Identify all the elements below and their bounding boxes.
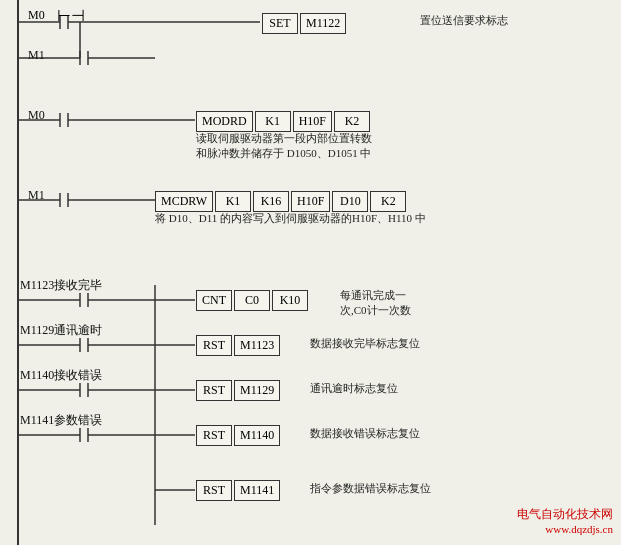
rung6-contact-label: M1129通讯逾时: [20, 322, 102, 339]
rung4-comment: 将 D10、D11 的内容写入到伺服驱动器的H10F、H110 中: [155, 211, 426, 226]
mcdrw-box: MCDRW: [155, 191, 213, 212]
rung8-comment: 数据接收错误标志复位: [310, 426, 420, 441]
modrd-box: MODRD: [196, 111, 253, 132]
rung3-instruction: MODRD K1 H10F K2: [196, 111, 370, 132]
cnt-op2: K10: [272, 290, 308, 311]
modrd-op2: H10F: [293, 111, 332, 132]
rung3-contact-label: M0: [28, 108, 45, 123]
rung1-contact-ticks: ⊢⊣: [57, 8, 85, 24]
rung2-contact-label: M1: [28, 48, 45, 63]
rung7-comment: 通讯逾时标志复位: [310, 381, 398, 396]
rst-op-8: M1140: [234, 425, 280, 446]
ladder-diagram: M0 ⊢⊣ SET M1122 置位送信要求标志 M1 M0 MODRD K1 …: [0, 0, 621, 545]
cnt-op1: C0: [234, 290, 270, 311]
set-operand: M1122: [300, 13, 346, 34]
rung5-instruction: CNT C0 K10: [196, 290, 308, 311]
cnt-box: CNT: [196, 290, 232, 311]
watermark-line1: 电气自动化技术网: [517, 506, 613, 523]
rung7-contact-label: M1140接收错误: [20, 367, 102, 384]
rst-box-8: RST: [196, 425, 232, 446]
rung6-instruction: RST M1123: [196, 335, 280, 356]
rst-box-7: RST: [196, 380, 232, 401]
rst-op-9: M1141: [234, 480, 280, 501]
rung1-contact-label: M0: [28, 8, 45, 23]
rung1-instruction: SET M1122: [262, 13, 346, 34]
rung9-instruction: RST M1141: [196, 480, 280, 501]
modrd-op3: K2: [334, 111, 370, 132]
mcdrw-op4: D10: [332, 191, 368, 212]
rst-op-6: M1123: [234, 335, 280, 356]
rung9-comment: 指令参数据错误标志复位: [310, 481, 431, 496]
rung5-contact-label: M1123接收完毕: [20, 277, 102, 294]
rung4-instruction: MCDRW K1 K16 H10F D10 K2: [155, 191, 406, 212]
set-box: SET: [262, 13, 298, 34]
mcdrw-op2: K16: [253, 191, 289, 212]
watermark: 电气自动化技术网 www.dqzdjs.cn: [517, 506, 613, 535]
rst-op-7: M1129: [234, 380, 280, 401]
rung8-instruction: RST M1140: [196, 425, 280, 446]
mcdrw-op1: K1: [215, 191, 251, 212]
rst-box-9: RST: [196, 480, 232, 501]
rung3-comment: 读取伺服驱动器第一段内部位置转数 和脉冲数并储存于 D1050、D1051 中: [196, 131, 372, 162]
rung5-comment: 每通讯完成一 次,C0计一次数: [340, 288, 411, 319]
rung1-comment: 置位送信要求标志: [420, 13, 508, 28]
rung7-instruction: RST M1129: [196, 380, 280, 401]
rung4-contact-label: M1: [28, 188, 45, 203]
modrd-op1: K1: [255, 111, 291, 132]
rung6-comment: 数据接收完毕标志复位: [310, 336, 420, 351]
mcdrw-op3: H10F: [291, 191, 330, 212]
rung8-contact-label: M1141参数错误: [20, 412, 102, 429]
rst-box-6: RST: [196, 335, 232, 356]
mcdrw-op5: K2: [370, 191, 406, 212]
watermark-line2: www.dqzdjs.cn: [517, 523, 613, 535]
